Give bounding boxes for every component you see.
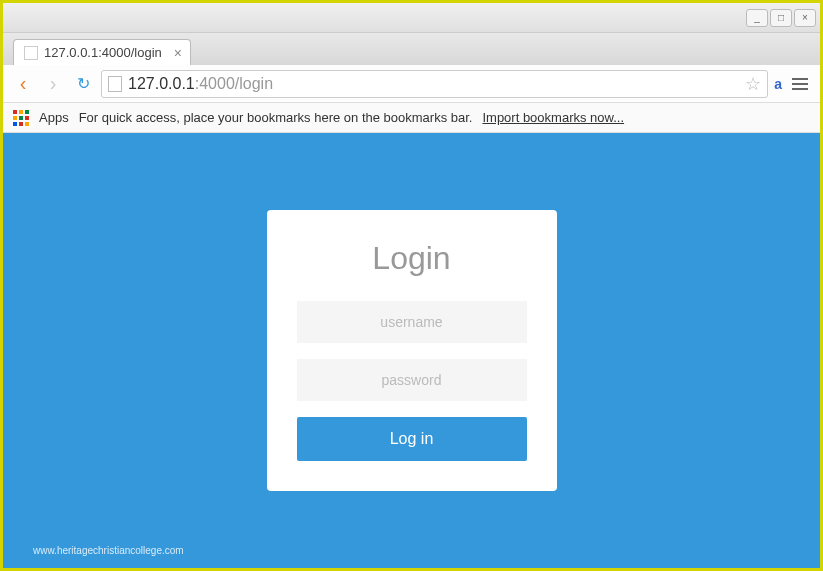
page-content: Login Log in www.heritagechristiancolleg… (3, 133, 820, 568)
watermark-text: www.heritagechristiancollege.com (33, 545, 184, 556)
apps-label[interactable]: Apps (39, 110, 69, 125)
bookmark-star-icon[interactable]: ☆ (745, 73, 761, 95)
page-icon (24, 46, 38, 60)
reload-button[interactable]: ↻ (71, 72, 95, 96)
login-title: Login (297, 240, 527, 277)
text-size-control[interactable]: a (774, 76, 782, 92)
username-input[interactable] (297, 301, 527, 343)
browser-tab[interactable]: 127.0.0.1:4000/login × (13, 39, 191, 65)
forward-button: › (41, 72, 65, 96)
window-titlebar: _ □ × (3, 3, 820, 33)
minimize-button[interactable]: _ (746, 9, 768, 27)
bookmark-hint-text: For quick access, place your bookmarks h… (79, 110, 473, 125)
bookmarks-bar: Apps For quick access, place your bookma… (3, 103, 820, 133)
close-window-button[interactable]: × (794, 9, 816, 27)
apps-icon[interactable] (13, 110, 29, 126)
address-bar[interactable]: 127.0.0.1:4000/login ☆ (101, 70, 768, 98)
close-tab-icon[interactable]: × (174, 45, 182, 61)
tab-title: 127.0.0.1:4000/login (44, 45, 162, 60)
tab-strip: 127.0.0.1:4000/login × (3, 33, 820, 65)
back-button[interactable]: ‹ (11, 72, 35, 96)
url-text: 127.0.0.1:4000/login (128, 75, 273, 93)
import-bookmarks-link[interactable]: Import bookmarks now... (482, 110, 624, 125)
site-icon (108, 76, 122, 92)
password-input[interactable] (297, 359, 527, 401)
maximize-button[interactable]: □ (770, 9, 792, 27)
login-button[interactable]: Log in (297, 417, 527, 461)
browser-toolbar: ‹ › ↻ 127.0.0.1:4000/login ☆ a (3, 65, 820, 103)
login-card: Login Log in (267, 210, 557, 491)
hamburger-menu-icon[interactable] (788, 74, 812, 94)
